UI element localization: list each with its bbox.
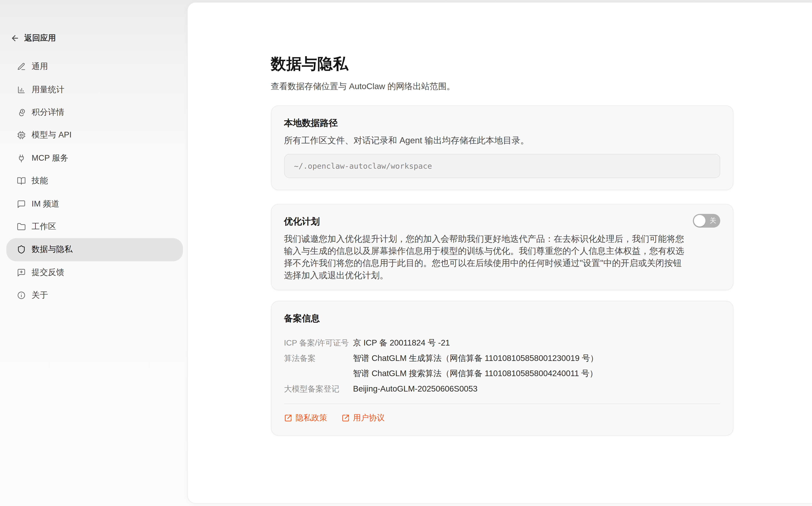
sidebar-item-label: 通用 [31,61,48,72]
privacy-policy-link[interactable]: 隐私政策 [284,413,327,423]
message-plus-icon [16,268,26,277]
local-data-path-title: 本地数据路径 [284,116,720,129]
book-open-icon [16,176,26,186]
local-data-path-description: 所有工作区文件、对话记录和 Agent 输出均存储在此本地目录。 [284,134,720,146]
filing-row-label: 大模型备案登记 [284,381,353,396]
info-icon [16,290,26,300]
sidebar-item-label: 关于 [31,290,48,301]
optimization-toggle[interactable]: 关 [692,214,720,227]
workspace-path-field[interactable]: ~/.openclaw-autoclaw/workspace [284,154,720,178]
settings-sidebar: 返回应用 通用 用量统计 积分详情 [0,0,187,506]
cpu-chip-icon [16,131,26,140]
sidebar-item-feedback[interactable]: 提交反馈 [6,261,183,284]
folder-icon [16,222,26,232]
shield-icon [16,245,26,254]
filing-row-value: Beijing-AutoGLM-20250606S0053 [353,381,720,396]
sidebar-item-usage-stats[interactable]: 用量统计 [6,78,183,101]
algorithm-filing-1: 智谱 ChatGLM 生成算法（网信算备 1101081058580012300… [353,352,720,363]
filing-info-card: 备案信息 ICP 备案/许可证号 京 ICP 备 20011824 号 -21 … [271,301,733,435]
sidebar-item-credits[interactable]: 积分详情 [6,101,183,124]
model-filing-number: Beijing-AutoGLM-20250606S0053 [353,383,720,394]
sidebar-item-skills[interactable]: 技能 [6,170,183,192]
sidebar-item-about[interactable]: 关于 [6,284,183,307]
sidebar-item-label: 积分详情 [31,107,64,118]
sidebar-item-models-api[interactable]: 模型与 API [6,124,183,147]
sidebar-nav: 通用 用量统计 积分详情 模型与 API [6,55,183,307]
toggle-state-label: 关 [710,217,716,224]
sidebar-item-general[interactable]: 通用 [6,55,183,78]
optimization-plan-title: 优化计划 [284,215,720,228]
page-title: 数据与隐私 [271,55,733,73]
algorithm-filing-2: 智谱 ChatGLM 搜索算法（网信算备 1101081058580042400… [353,368,720,379]
sidebar-item-workspace[interactable]: 工作区 [6,215,183,238]
sidebar-item-label: MCP 服务 [31,153,68,164]
sidebar-item-mcp[interactable]: MCP 服务 [6,147,183,170]
sidebar-item-label: 用量统计 [31,84,64,95]
sidebar-item-label: 模型与 API [31,130,72,141]
toggle-knob [693,215,705,226]
user-agreement-label: 用户协议 [353,413,385,423]
external-link-icon [342,414,350,422]
policy-links: 隐私政策 用户协议 [284,413,720,423]
external-link-icon [284,414,292,422]
privacy-policy-label: 隐私政策 [295,413,327,423]
sidebar-item-label: 提交反馈 [31,267,64,278]
sidebar-item-label: IM 频道 [31,198,59,209]
filing-row-value: 京 ICP 备 20011824 号 -21 [353,335,720,350]
pen-icon [16,62,26,72]
optimization-plan-description: 我们诚邀您加入优化提升计划，您的加入会帮助我们更好地迭代产品：在去标识化处理后，… [284,233,686,281]
filing-row-label: 算法备案 [284,350,353,381]
sidebar-item-label: 工作区 [31,221,56,233]
plug-icon [16,154,26,163]
main-panel: 数据与隐私 查看数据存储位置与 AutoClaw 的网络出站范围。 本地数据路径… [187,2,812,504]
coins-icon [16,108,26,117]
workspace-path-value: ~/.openclaw-autoclaw/workspace [294,161,432,170]
icp-number: 京 ICP 备 20011824 号 -21 [353,337,720,348]
sidebar-item-label: 数据与隐私 [31,244,72,255]
app-window: 返回应用 通用 用量统计 积分详情 [0,0,812,506]
page-subtitle: 查看数据存储位置与 AutoClaw 的网络出站范围。 [271,80,733,92]
content-area: 数据与隐私 查看数据存储位置与 AutoClaw 的网络出站范围。 本地数据路径… [271,2,733,435]
divider [284,404,720,404]
sidebar-item-im-channels[interactable]: IM 频道 [6,192,183,215]
filing-row-label: ICP 备案/许可证号 [284,335,353,350]
optimization-plan-card: 优化计划 关 我们诚邀您加入优化提升计划，您的加入会帮助我们更好地迭代产品：在去… [271,203,733,290]
arrow-left-icon [10,33,19,43]
bar-chart-icon [16,85,26,94]
chat-bubble-icon [16,199,26,208]
filing-info-title: 备案信息 [284,312,720,325]
user-agreement-link[interactable]: 用户协议 [342,413,385,423]
filing-row-value: 智谱 ChatGLM 生成算法（网信算备 1101081058580012300… [353,350,720,381]
filing-table: ICP 备案/许可证号 京 ICP 备 20011824 号 -21 算法备案 … [284,335,720,396]
back-to-app-button[interactable]: 返回应用 [10,30,56,46]
local-data-path-card: 本地数据路径 所有工作区文件、对话记录和 Agent 输出均存储在此本地目录。 … [271,105,733,190]
back-to-app-label: 返回应用 [24,33,56,43]
sidebar-item-label: 技能 [31,175,48,187]
sidebar-item-data-privacy[interactable]: 数据与隐私 [6,238,183,261]
